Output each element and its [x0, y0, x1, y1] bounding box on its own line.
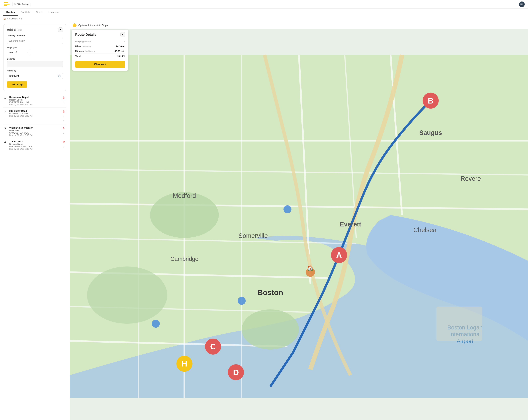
logo-area: ⇅ SN - Testing — [3, 1, 30, 8]
stop-info: Restaurant Depot Boston Street EVERETT, … — [9, 96, 60, 106]
stop-move-up-button[interactable]: ↑ — [63, 119, 65, 123]
rd-row-2: Minutes ($0.10/min) 50.75 min — [75, 49, 125, 54]
delivery-location-input[interactable] — [7, 38, 63, 44]
svg-text:🏠: 🏠 — [307, 265, 313, 271]
stop-name: Trader Joe's — [9, 140, 60, 143]
stop-info: Trader Joe's Beacon Street BROOKLINE, MA… — [9, 140, 60, 150]
stop-best-by: Best by: 30 Wed, 8:00 PM — [9, 148, 60, 150]
svg-text:B: B — [428, 96, 433, 105]
nav-chats[interactable]: Chats — [33, 9, 45, 16]
svg-rect-2 — [4, 5, 7, 6]
stop-info: Walmart Supercenter Broadway SAUGUS, MA,… — [9, 126, 60, 136]
svg-point-42 — [283, 205, 291, 213]
add-stop-collapse-button[interactable]: ▾ — [58, 27, 63, 32]
home-icon[interactable]: 🏠 — [3, 18, 6, 20]
nav-backfills[interactable]: Backfills — [18, 9, 33, 16]
stop-delete-button[interactable]: 🗑 — [62, 126, 65, 130]
arrive-by-input[interactable] — [7, 73, 63, 79]
stop-list: 1 Restaurant Depot Boston Street EVERETT… — [3, 94, 66, 152]
stop-best-by: Best by: 30 Wed, 8:00 PM — [9, 115, 60, 117]
svg-text:Cambridge: Cambridge — [170, 256, 198, 262]
add-stop-card: Add Stop ▾ Delivery Location Stop Type D… — [3, 24, 66, 91]
delivery-location-label: Delivery Location — [7, 34, 63, 37]
stop-actions: 🗑 ↓ ↑ — [62, 110, 65, 123]
stop-delete-button[interactable]: 🗑 — [62, 96, 65, 100]
svg-rect-1 — [4, 4, 10, 4]
arrive-by-wrapper: 🕐 — [7, 73, 63, 81]
svg-text:D: D — [233, 368, 239, 377]
stop-type-select[interactable]: Drop off Pick up — [7, 50, 30, 55]
rd-rows: Stops ($10/stop) 4 Miles ($0.75/mi) 24.1… — [75, 39, 125, 59]
svg-text:Chelsea: Chelsea — [413, 227, 437, 233]
nav-routes[interactable]: Routes — [3, 9, 18, 16]
right-area: 🟡 Optimize Intermediate Stops Route Deta… — [70, 22, 528, 420]
main-layout: Add Stop ▾ Delivery Location Stop Type D… — [0, 22, 528, 420]
rd-header: Route Details ▾ — [75, 32, 125, 37]
map-container[interactable]: B A C D H Saugus Everett Boston Medford … — [70, 22, 528, 420]
stop-number: 3 — [4, 126, 7, 130]
breadcrumb-num: 8 — [21, 18, 22, 20]
stop-type-wrapper: Drop off Pick up — [7, 50, 30, 55]
stop-name: Walmart Supercenter — [9, 126, 60, 129]
add-stop-header: Add Stop ▾ — [7, 27, 63, 32]
workspace-arrows: ⇅ — [14, 3, 16, 5]
map-svg: B A C D H Saugus Everett Boston Medford … — [70, 30, 528, 420]
workspace-name: SN - Testing — [17, 3, 29, 5]
rd-title: Route Details — [75, 33, 96, 36]
stop-actions: 🗑 ↓ — [62, 140, 65, 148]
breadcrumb: 🏠 / ROUTES / 8 — [0, 16, 528, 22]
order-id-label: Order ID — [7, 58, 63, 60]
svg-text:C: C — [210, 342, 216, 351]
rd-label: Miles ($0.75/mi) — [75, 45, 91, 48]
order-id-input[interactable] — [7, 61, 63, 67]
nav-locations[interactable]: Locations — [45, 9, 62, 16]
stop-city: BROOKLINE, MA, USA — [9, 145, 60, 148]
optimize-icon: 🟡 — [72, 23, 77, 27]
stop-item-1: 1 Restaurant Depot Boston Street EVERETT… — [3, 94, 66, 108]
stop-city: EVERETT, MA, USA — [9, 101, 60, 103]
rd-collapse-button[interactable]: ▾ — [120, 32, 125, 37]
rd-value: $63.20 — [117, 55, 125, 58]
stop-info: 290 Corey Road BOSTON, MA, USA Best by: … — [9, 110, 60, 117]
breadcrumb-sep-2: / — [19, 18, 20, 20]
stop-move-button[interactable]: ↓ — [63, 131, 65, 135]
optimize-label: Optimize Intermediate Stops — [78, 24, 108, 27]
stop-street: Broadway — [9, 129, 60, 132]
svg-point-18 — [242, 309, 299, 349]
svg-point-19 — [87, 266, 167, 324]
stop-actions: 🗑 ↓ — [62, 126, 65, 135]
workspace-selector[interactable]: ⇅ SN - Testing — [12, 2, 30, 6]
stop-move-button[interactable]: ↓ — [63, 101, 65, 104]
stop-number: 1 — [4, 96, 7, 99]
top-bar: ⇅ SN - Testing DL — [0, 0, 528, 9]
stop-move-button[interactable]: ↓ — [63, 114, 65, 118]
add-stop-button[interactable]: Add Stop — [7, 81, 27, 88]
svg-text:H: H — [181, 359, 187, 368]
user-avatar: DL — [519, 1, 525, 7]
rd-value: 4 — [124, 40, 125, 43]
stop-number: 2 — [4, 110, 7, 113]
arrive-by-label: Arrive by — [7, 69, 63, 72]
stop-best-by: Best by: 30 Wed, 8:00 PM — [9, 103, 60, 106]
add-stop-title: Add Stop — [7, 28, 22, 32]
stop-delete-button[interactable]: 🗑 — [62, 110, 65, 113]
svg-text:Revere: Revere — [461, 175, 481, 182]
stop-street: BOSTON, MA, USA — [9, 112, 60, 115]
checkout-button[interactable]: Checkout — [75, 61, 125, 68]
svg-point-43 — [238, 297, 246, 305]
stop-delete-button[interactable]: 🗑 — [62, 140, 65, 144]
stop-street: Beacon Street — [9, 143, 60, 145]
stop-actions: 🗑 ↓ — [62, 96, 65, 104]
stop-name: 290 Corey Road — [9, 110, 60, 112]
stop-item-4: 4 Trader Joe's Beacon Street BROOKLINE, … — [3, 138, 66, 152]
rd-label: Total — [75, 55, 81, 57]
stop-item-2: 2 290 Corey Road BOSTON, MA, USA Best by… — [3, 108, 66, 125]
stop-city: SAUGUS, MA, USA — [9, 132, 60, 134]
logo-icon — [3, 1, 11, 8]
stop-item-3: 3 Walmart Supercenter Broadway SAUGUS, M… — [3, 125, 66, 138]
rd-row-0: Stops ($10/stop) 4 — [75, 39, 125, 44]
stop-move-button[interactable]: ↓ — [63, 145, 65, 148]
stop-street: Boston Street — [9, 99, 60, 101]
optimize-bar: 🟡 Optimize Intermediate Stops — [70, 22, 528, 29]
route-details-panel: Route Details ▾ Stops ($10/stop) 4 Miles… — [72, 30, 128, 71]
